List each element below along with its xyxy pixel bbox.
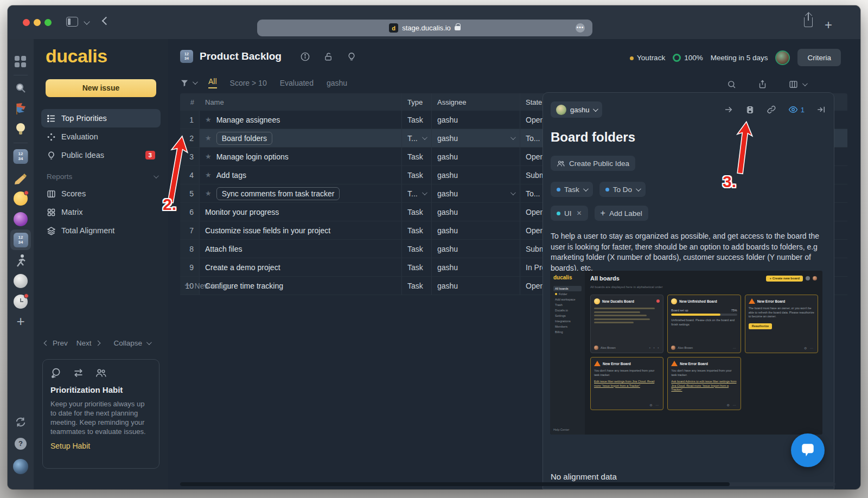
next-icon[interactable]	[95, 341, 100, 346]
runner-board-icon[interactable]	[14, 253, 27, 267]
new-issue-row[interactable]: + New issue	[184, 280, 229, 291]
close-panel-icon[interactable]	[816, 105, 826, 114]
issue-name[interactable]: Manage assignees	[216, 116, 280, 124]
watchers-button[interactable]: 1	[788, 105, 805, 114]
minimize-window-button[interactable]	[34, 19, 41, 26]
writing-hand-board-icon[interactable]	[14, 171, 28, 185]
url-bar[interactable]: d stage.ducalis.io •••	[257, 20, 592, 36]
label-chip-ui[interactable]: UI✕	[551, 206, 588, 221]
filter-tab[interactable]: Evaluated	[280, 79, 314, 87]
help-button[interactable]: ?	[15, 438, 27, 450]
issue-name-cell[interactable]: ★ Manage login options	[200, 148, 401, 165]
issue-name[interactable]: Monitor your progress	[205, 208, 279, 216]
column-header-type[interactable]: Type	[401, 93, 431, 111]
assignee-cell[interactable]: gashu	[431, 129, 520, 147]
prev-button[interactable]: Prev	[53, 339, 68, 347]
filter-tab[interactable]: gashu	[327, 79, 347, 87]
assignee-dropdown[interactable]: gashu	[551, 101, 602, 118]
issue-title[interactable]: Board folders	[551, 130, 826, 145]
type-cell[interactable]: Task	[401, 240, 431, 258]
column-header-name[interactable]: Name	[200, 93, 401, 111]
issue-name-cell[interactable]: ★ Sync comments from task tracker	[200, 184, 401, 202]
horizontal-scrollbar[interactable]	[180, 482, 835, 486]
create-public-idea-button[interactable]: Create Public Idea	[551, 156, 635, 171]
add-board-button[interactable]: +	[16, 313, 24, 330]
sidebar-item-evaluation[interactable]: Evaluation	[41, 127, 161, 146]
sidebar-item-matrix[interactable]: Matrix	[41, 203, 161, 221]
columns-settings-button[interactable]	[789, 80, 806, 89]
type-cell[interactable]: Task	[401, 221, 431, 239]
type-cell[interactable]: Task	[401, 258, 431, 276]
state-dropdown[interactable]: To Do	[599, 182, 646, 197]
issue-name[interactable]: Board folders	[216, 132, 272, 145]
love-face-board-icon[interactable]	[14, 191, 28, 206]
chat-widget-button[interactable]	[791, 433, 825, 467]
issue-name-cell[interactable]: Create a demo project	[200, 258, 401, 276]
reports-section-header[interactable]: Reports	[47, 173, 157, 181]
evaluation-health[interactable]: 100%	[673, 54, 703, 62]
type-cell[interactable]: Task	[401, 277, 431, 295]
assignee-cell[interactable]: gashu	[431, 221, 520, 239]
assignee-cell[interactable]: gashu	[431, 111, 520, 129]
sidebar-item-total-alignment[interactable]: Total Alignment	[41, 221, 161, 240]
issue-name[interactable]: Add tags	[216, 171, 246, 180]
type-cell[interactable]: T...	[401, 129, 431, 147]
star-icon[interactable]: ★	[205, 134, 212, 142]
sync-icon[interactable]	[15, 416, 27, 428]
sidebar-item-scores[interactable]: Scores	[41, 184, 161, 203]
export-icon[interactable]	[758, 79, 767, 89]
issue-name[interactable]: Manage login options	[216, 152, 289, 161]
issue-name[interactable]: Attach files	[205, 245, 242, 253]
add-label-button[interactable]: +Add Label	[595, 206, 648, 221]
save-icon[interactable]	[745, 105, 755, 114]
type-cell[interactable]: Task	[401, 148, 431, 165]
type-cell[interactable]: Task	[401, 111, 431, 129]
filter-tab[interactable]: Score > 10	[230, 79, 267, 87]
assignee-cell[interactable]: gashu	[431, 277, 520, 295]
remove-label-icon[interactable]: ✕	[577, 209, 582, 217]
browser-sidebar-toggle-icon[interactable]	[66, 17, 78, 27]
star-icon[interactable]: ★	[205, 171, 212, 179]
bulb-icon[interactable]	[347, 52, 356, 62]
board-info-icon[interactable]	[300, 52, 310, 62]
assignee-cell[interactable]: gashu	[431, 258, 520, 276]
clock-board-icon[interactable]	[14, 295, 28, 309]
filter-tab[interactable]: All	[208, 77, 217, 88]
tracker-status[interactable]: Youtrack	[630, 54, 665, 62]
close-window-button[interactable]	[23, 19, 30, 26]
assignee-cell[interactable]: gashu	[431, 203, 520, 221]
star-icon[interactable]: ★	[205, 152, 212, 161]
issue-description[interactable]: To help a user to stay as organized as p…	[551, 231, 825, 273]
column-header-number[interactable]: #	[180, 93, 200, 111]
calendar-board-icon-active[interactable]: 1234	[10, 229, 31, 250]
assignee-cell[interactable]: gashu	[431, 240, 520, 258]
zoom-window-button[interactable]	[44, 19, 52, 26]
filter-button[interactable]	[180, 79, 196, 87]
criteria-button[interactable]: Criteria	[797, 49, 841, 66]
collapse-button[interactable]: Collapse	[114, 339, 143, 347]
search-board-icon[interactable]	[14, 81, 27, 94]
sidebar-item-public-ideas[interactable]: Public Ideas 3	[41, 146, 161, 164]
issue-name[interactable]: Create a demo project	[205, 263, 280, 272]
setup-habit-link[interactable]: Setup Habit	[50, 442, 90, 450]
assignee-cell[interactable]: gashu	[431, 184, 520, 202]
issue-name-cell[interactable]: ★ Add tags	[200, 166, 401, 184]
prev-icon[interactable]	[44, 341, 49, 346]
next-button[interactable]: Next	[76, 339, 92, 347]
meeting-countdown[interactable]: Meeting in 5 days	[711, 54, 768, 62]
racing-flags-board-icon[interactable]	[14, 101, 28, 116]
issue-name-cell[interactable]: ★ Manage assignees	[200, 111, 401, 129]
apps-grid-icon[interactable]	[15, 56, 27, 68]
crystal-ball-board-icon[interactable]	[14, 212, 28, 226]
member-avatar[interactable]	[775, 50, 790, 65]
search-icon[interactable]	[727, 80, 736, 89]
ducalis-logo[interactable]: ducalis	[46, 46, 107, 67]
new-tab-button[interactable]: +	[825, 17, 832, 33]
column-header-assignee[interactable]: Assignee	[431, 93, 520, 111]
new-issue-button[interactable]: New issue	[46, 79, 156, 97]
assignee-cell[interactable]: gashu	[431, 166, 520, 184]
issue-name-cell[interactable]: Customize issue fields in your project	[200, 221, 401, 239]
star-icon[interactable]: ★	[205, 189, 212, 197]
type-cell[interactable]: T...	[401, 184, 431, 202]
dumpling-board-icon[interactable]	[14, 274, 28, 288]
